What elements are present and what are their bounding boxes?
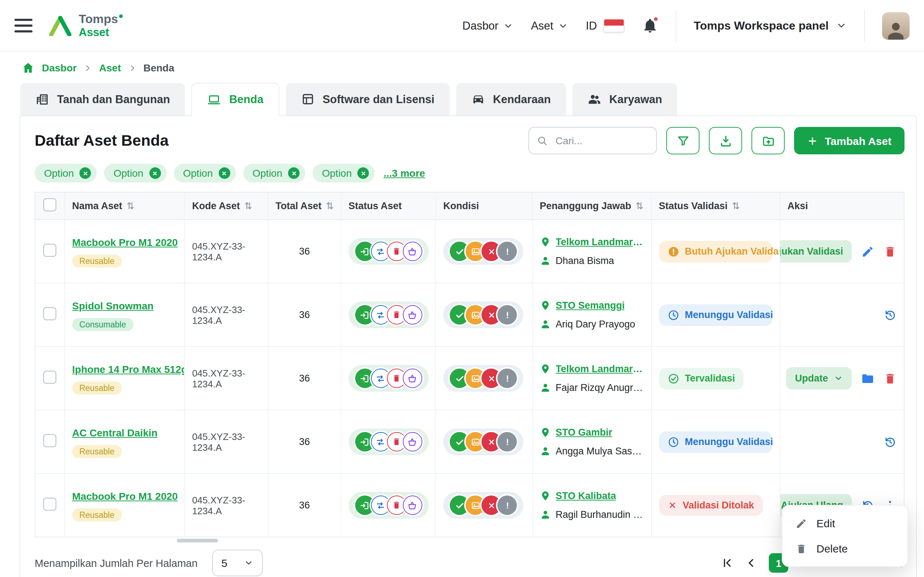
history-icon[interactable] — [884, 308, 897, 321]
horizontal-scrollbar-thumb[interactable] — [177, 539, 218, 542]
filter-button[interactable] — [667, 127, 700, 154]
location-link[interactable]: STO Semanggi — [556, 300, 625, 311]
chevron-right-icon — [128, 64, 136, 72]
tab-karyawan[interactable]: Karyawan — [572, 83, 677, 115]
asset-name-link[interactable]: Iphone 14 Pro Max 512gb — [72, 363, 184, 375]
asset-name-link[interactable]: Macbook Pro M1 2020 — [72, 490, 178, 501]
chip-close-icon[interactable] — [288, 167, 300, 179]
asset-name-link[interactable]: Spidol Snowman — [72, 300, 154, 311]
select-all-checkbox[interactable] — [43, 198, 56, 211]
procurement-icon[interactable] — [403, 369, 422, 388]
chip-label: Option — [114, 167, 144, 179]
first-page-button[interactable] — [721, 557, 733, 569]
notification-bell-button[interactable] — [642, 17, 658, 34]
chip-close-icon[interactable] — [358, 167, 369, 179]
breadcrumb-aset[interactable]: Aset — [99, 62, 121, 74]
user-avatar[interactable] — [882, 12, 909, 39]
breadcrumb-dasbor[interactable]: Dasbor — [42, 62, 76, 74]
tab-software-dan-lisensi[interactable]: Software dan Lisensi — [286, 83, 450, 115]
chip-close-icon[interactable] — [80, 167, 91, 179]
add-asset-button[interactable]: Tambah Aset — [795, 127, 905, 154]
t ab-label: Software dan Lisensi — [323, 93, 435, 106]
unknown-condition-icon[interactable] — [498, 242, 517, 261]
row-checkbox[interactable] — [43, 243, 56, 256]
download-button[interactable] — [709, 127, 743, 154]
unknown-condition-icon[interactable] — [498, 495, 517, 515]
location-link[interactable]: Telkom Landmark... — [556, 364, 643, 374]
col-total-aset[interactable]: Total Aset⇅ — [268, 192, 341, 220]
hamburger-menu-icon[interactable] — [15, 18, 32, 32]
asset-total: 36 — [268, 410, 341, 474]
folder-icon[interactable] — [861, 372, 874, 385]
location-pin-icon — [540, 237, 551, 247]
location-link[interactable]: Telkom Landmark... — [556, 237, 643, 247]
table-row: AC Central Daikin Reusable 045.XYZ-33-12… — [35, 410, 904, 474]
export-button[interactable] — [752, 127, 785, 154]
context-menu-edit[interactable]: Edit — [782, 511, 908, 536]
unknown-condition-icon[interactable] — [498, 369, 517, 388]
ajukan-validasi-button[interactable]: Ajukan Validasi — [780, 240, 852, 263]
kondisi-icon-group — [443, 429, 523, 455]
asset-table: Nama Aset⇅ Kode Aset⇅ Total Aset⇅ Status… — [35, 192, 905, 537]
procurement-icon[interactable] — [403, 432, 422, 451]
tomps-logo-icon — [48, 15, 72, 36]
brand-logo[interactable]: Tomps Asset — [48, 13, 123, 38]
asset-name-link[interactable]: AC Central Daikin — [72, 427, 158, 438]
per-page-label: Menampilkan Jumlah Per Halaman — [35, 557, 197, 569]
delete-icon[interactable] — [884, 372, 897, 385]
col-kode-aset[interactable]: Kode Aset⇅ — [184, 192, 268, 220]
notification-dot — [653, 16, 659, 23]
asset-code: 045.XYZ-33-1234.A — [184, 347, 268, 410]
sort-icon[interactable]: ⇅ — [244, 200, 252, 211]
row-checkbox[interactable] — [43, 434, 56, 447]
prev-page-button[interactable] — [745, 557, 757, 569]
more-filters-link[interactable]: ...3 more — [384, 167, 425, 179]
chip-close-icon[interactable] — [149, 167, 161, 179]
edit-icon[interactable] — [861, 245, 874, 258]
validation-label: Menunggu Validasi — [685, 436, 773, 447]
chip-close-icon[interactable] — [219, 167, 230, 179]
location-pin-icon — [540, 427, 551, 438]
nav-dasbor-dropdown[interactable]: Dasbor — [462, 19, 514, 32]
table-row: Macbook Pro M1 2020 Reusable 045.XYZ-33-… — [35, 474, 904, 537]
procurement-icon[interactable] — [403, 242, 422, 261]
unknown-condition-icon[interactable] — [498, 432, 517, 451]
col-nama-aset[interactable]: Nama Aset⇅ — [65, 192, 184, 220]
breadcrumb: Dasbor Aset Benda — [0, 52, 924, 83]
tab-kendaraan[interactable]: Kendaraan — [456, 83, 566, 115]
nav-aset-dropdown[interactable]: Aset — [531, 19, 569, 32]
update-dropdown-button[interactable]: Update — [786, 367, 852, 390]
sort-icon[interactable]: ⇅ — [326, 200, 334, 211]
location-link[interactable]: STO Kalibata — [556, 490, 616, 501]
procurement-icon[interactable] — [403, 495, 422, 515]
chip-label: Option — [253, 167, 283, 179]
col-status-validasi[interactable]: Status Validasi⇅ — [651, 192, 780, 220]
unknown-condition-icon[interactable] — [498, 305, 517, 324]
list-toolbar: Daftar Aset Benda Tambah Aset — [35, 127, 905, 154]
table-wrapper: Nama Aset⇅ Kode Aset⇅ Total Aset⇅ Status… — [35, 192, 905, 537]
home-icon[interactable] — [22, 61, 35, 74]
sort-icon[interactable]: ⇅ — [732, 200, 740, 211]
trash-icon — [795, 543, 807, 554]
col-penanggung-jawab[interactable]: Penanggung Jawab⇅ — [532, 192, 651, 220]
procurement-icon[interactable] — [403, 305, 422, 324]
table-footer: Menampilkan Jumlah Per Halaman 5 1 — [35, 537, 905, 577]
row-checkbox[interactable] — [43, 371, 56, 384]
tab-benda[interactable]: Benda — [192, 83, 279, 115]
language-selector[interactable]: ID — [586, 19, 624, 32]
location-link[interactable]: STO Gambir — [556, 427, 612, 438]
row-checkbox[interactable] — [43, 497, 56, 510]
delete-icon[interactable] — [884, 245, 897, 258]
chevron-down-icon — [836, 20, 847, 31]
workspace-dropdown[interactable]: Tomps Workspace panel — [694, 19, 847, 32]
sort-icon[interactable]: ⇅ — [636, 200, 643, 211]
chevron-down-icon — [834, 374, 843, 383]
context-menu-delete[interactable]: Delete — [782, 536, 908, 561]
per-page-select[interactable]: 5 — [212, 550, 262, 576]
sort-icon[interactable]: ⇅ — [126, 200, 134, 211]
building-icon — [36, 92, 49, 106]
history-icon[interactable] — [884, 435, 897, 448]
asset-name-link[interactable]: Macbook Pro M1 2020 — [72, 236, 178, 248]
tab-tanah-dan-bangunan[interactable]: Tanah dan Bangunan — [20, 83, 185, 115]
row-checkbox[interactable] — [43, 307, 56, 320]
